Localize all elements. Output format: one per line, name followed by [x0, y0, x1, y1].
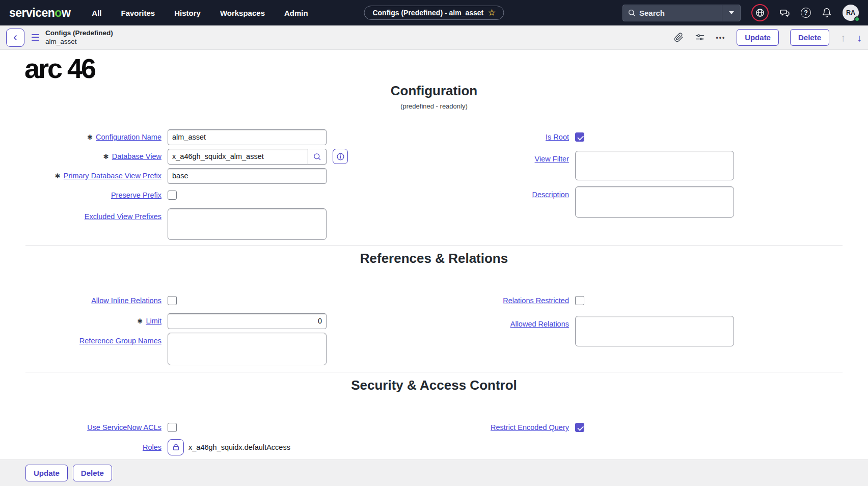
roles-unlock-button[interactable] [168, 439, 184, 455]
use-servicenow-acls-label[interactable]: Use ServiceNow ACLs [87, 423, 161, 431]
context-pill-label: Configs (Predefined) - alm_asset [372, 9, 483, 17]
update-button[interactable]: Update [737, 29, 779, 46]
excluded-view-prefixes-label[interactable]: Excluded View Prefixes [85, 212, 161, 221]
nav-item-admin[interactable]: Admin [284, 9, 308, 17]
primary-database-view-prefix-label[interactable]: Primary Database View Prefix [64, 172, 161, 180]
is-root-checkbox[interactable] [575, 132, 584, 142]
more-actions-button[interactable]: ••• [716, 34, 726, 41]
favorite-star-icon[interactable]: ☆ [488, 9, 495, 17]
field-row-excluded-view-prefixes: Excluded View Prefixes [0, 208, 434, 240]
roles-label[interactable]: Roles [143, 443, 161, 451]
allow-inline-relations-label[interactable]: Allow Inline Relations [91, 296, 161, 305]
reference-group-names-textarea[interactable] [168, 333, 327, 365]
next-record-arrow-icon[interactable]: ↓ [857, 33, 862, 43]
chat-button[interactable] [779, 8, 790, 18]
view-filter-textarea[interactable] [575, 151, 734, 180]
globe-icon [755, 8, 765, 18]
primary-database-view-prefix-input[interactable] [168, 168, 327, 184]
references-left-column: Allow Inline Relations ✱Limit Reference … [0, 293, 434, 369]
form-footer: Update Delete [0, 460, 868, 486]
reference-group-names-label[interactable]: Reference Group Names [79, 337, 161, 345]
app-logo: arc 46 [24, 54, 868, 83]
servicenow-logo[interactable]: servicenow [9, 6, 70, 20]
nav-item-history[interactable]: History [174, 9, 201, 17]
field-row-use-servicenow-acls: Use ServiceNow ACLs [0, 420, 434, 436]
context-menu-button[interactable] [32, 34, 39, 41]
user-avatar[interactable]: RA [843, 5, 859, 21]
field-row-roles: Roles x_a46gh_squidx.defaultAccess [0, 439, 434, 455]
form-content: arc 46 Configuration (predefined - reado… [0, 50, 868, 460]
section-heading-configuration: Configuration [0, 83, 868, 99]
description-label[interactable]: Description [532, 191, 569, 199]
database-view-reference-field [168, 149, 327, 165]
notifications-button[interactable] [822, 8, 832, 18]
delete-button[interactable]: Delete [790, 29, 829, 46]
search-scope-dropdown[interactable] [722, 5, 740, 21]
configuration-subheading: (predefined - readonly) [0, 102, 868, 110]
relations-restricted-label[interactable]: Relations Restricted [503, 296, 569, 305]
section-divider [25, 372, 843, 372]
database-view-input[interactable] [168, 149, 308, 165]
security-fields: Use ServiceNow ACLs Roles x_a46gh_squidx… [0, 420, 868, 459]
allow-inline-relations-checkbox[interactable] [168, 296, 177, 305]
field-row-restrict-encoded-query: Restrict Encoded Query [434, 420, 868, 436]
chat-icon [779, 8, 790, 18]
search-icon [313, 152, 321, 161]
primary-nav: All Favorites History Workspaces Admin [92, 9, 308, 17]
nav-item-favorites[interactable]: Favorites [121, 9, 155, 17]
required-marker: ✱ [103, 153, 109, 160]
allowed-relations-label[interactable]: Allowed Relations [510, 320, 569, 328]
personalize-form-button[interactable] [695, 33, 705, 43]
is-root-label[interactable]: Is Root [546, 133, 569, 141]
attachment-button[interactable] [674, 33, 684, 42]
database-view-label[interactable]: Database View [112, 152, 161, 160]
field-row-database-view: ✱Database View [0, 149, 434, 165]
avatar-initials: RA [846, 9, 855, 16]
configuration-name-input[interactable] [168, 129, 327, 145]
logo-text-end: w [62, 6, 70, 19]
hamburger-icon [32, 34, 39, 36]
search-icon [628, 9, 636, 17]
toolbar-actions: ••• Update Delete ↑ ↓ [674, 29, 862, 46]
preserve-prefix-checkbox[interactable] [168, 191, 177, 200]
excluded-view-prefixes-textarea[interactable] [168, 208, 327, 240]
section-heading-security: Security & Access Control [0, 377, 868, 393]
relations-restricted-checkbox[interactable] [575, 296, 584, 305]
use-servicenow-acls-checkbox[interactable] [168, 423, 177, 432]
nav-item-workspaces[interactable]: Workspaces [220, 9, 265, 17]
field-row-reference-group-names: Reference Group Names [0, 333, 434, 365]
allowed-relations-textarea[interactable] [575, 316, 734, 346]
delete-button-footer[interactable]: Delete [73, 465, 112, 481]
restrict-encoded-query-checkbox[interactable] [575, 423, 584, 432]
update-button-footer[interactable]: Update [25, 465, 68, 481]
chevron-left-icon [11, 33, 20, 42]
nav-item-all[interactable]: All [92, 9, 101, 17]
required-marker: ✱ [55, 173, 61, 179]
field-row-allow-inline-relations: Allow Inline Relations [0, 293, 434, 309]
record-toolbar: Configs (Predefined) alm_asset ••• Updat… [0, 25, 868, 50]
field-row-description: Description [434, 186, 868, 218]
help-button[interactable]: ? [801, 8, 811, 18]
instance-globe-button[interactable] [751, 4, 769, 21]
reference-lookup-button[interactable] [308, 149, 327, 165]
field-row-configuration-name: ✱Configuration Name [0, 129, 434, 145]
field-row-preserve-prefix: Preserve Prefix [0, 187, 434, 203]
limit-label[interactable]: Limit [146, 317, 161, 325]
global-search[interactable] [622, 5, 741, 21]
field-row-allowed-relations: Allowed Relations [434, 316, 868, 346]
security-left-column: Use ServiceNow ACLs Roles x_a46gh_squidx… [0, 420, 434, 459]
reference-preview-button[interactable] [333, 149, 348, 164]
view-filter-label[interactable]: View Filter [535, 155, 569, 163]
context-pill[interactable]: Configs (Predefined) - alm_asset ☆ [364, 6, 504, 20]
search-input[interactable] [639, 9, 722, 17]
previous-record-arrow-icon[interactable]: ↑ [840, 33, 846, 43]
preserve-prefix-label[interactable]: Preserve Prefix [111, 191, 161, 199]
references-fields: Allow Inline Relations ✱Limit Reference … [0, 293, 868, 369]
description-textarea[interactable] [575, 186, 734, 218]
restrict-encoded-query-label[interactable]: Restrict Encoded Query [491, 423, 569, 431]
back-button[interactable] [6, 29, 24, 47]
logo-green-o: o [55, 6, 62, 19]
limit-input[interactable] [168, 313, 327, 329]
chevron-down-icon [729, 11, 734, 14]
configuration-name-label[interactable]: Configuration Name [96, 133, 161, 141]
